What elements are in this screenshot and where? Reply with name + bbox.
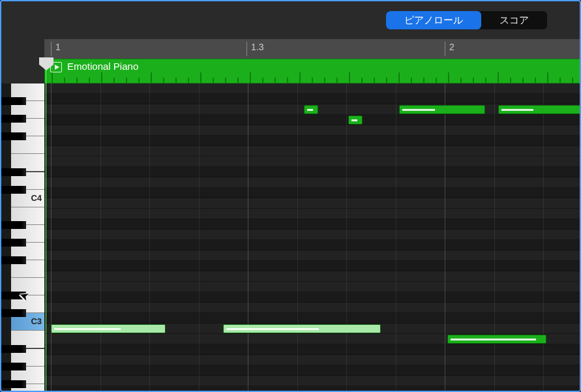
region-ruler-ticks <box>45 71 580 83</box>
midi-note[interactable] <box>51 324 166 333</box>
black-key[interactable] <box>1 309 26 317</box>
score-tab[interactable]: スコア <box>481 11 547 29</box>
key-label: C3 <box>31 316 42 326</box>
black-key[interactable] <box>1 239 26 247</box>
black-key[interactable] <box>1 186 26 194</box>
black-key[interactable] <box>1 380 26 388</box>
piano-roll-tab[interactable]: ピアノロール <box>386 11 481 29</box>
midi-note[interactable] <box>348 115 363 125</box>
black-key[interactable] <box>1 256 26 264</box>
midi-note[interactable] <box>447 335 546 344</box>
note-grid[interactable] <box>44 83 580 391</box>
midi-note[interactable] <box>399 105 485 114</box>
black-key[interactable] <box>1 345 26 353</box>
ruler-mark: 2 <box>445 42 454 56</box>
keyboard-header-spacer <box>1 39 44 83</box>
midi-note[interactable] <box>498 105 581 114</box>
timeline-ruler[interactable]: 11.32 <box>44 39 580 59</box>
piano-keyboard[interactable]: C4C3 <box>1 83 44 391</box>
black-key[interactable] <box>1 221 26 229</box>
region-header[interactable]: Emotional Piano <box>44 59 580 83</box>
ruler-mark: 1.3 <box>246 42 263 56</box>
midi-note[interactable] <box>304 105 318 114</box>
midi-note[interactable] <box>223 324 381 333</box>
playhead-line <box>46 59 46 391</box>
ruler-mark: 1 <box>51 42 61 56</box>
black-key[interactable] <box>1 132 26 140</box>
black-key[interactable] <box>1 168 26 176</box>
black-key[interactable] <box>1 363 26 370</box>
black-key[interactable] <box>1 115 26 123</box>
view-toggle: ピアノロール スコア <box>386 11 547 29</box>
region-name: Emotional Piano <box>67 61 138 72</box>
black-key[interactable] <box>1 97 26 105</box>
editor-toolbar: ピアノロール スコア <box>1 1 580 39</box>
key-label: C4 <box>31 193 42 203</box>
